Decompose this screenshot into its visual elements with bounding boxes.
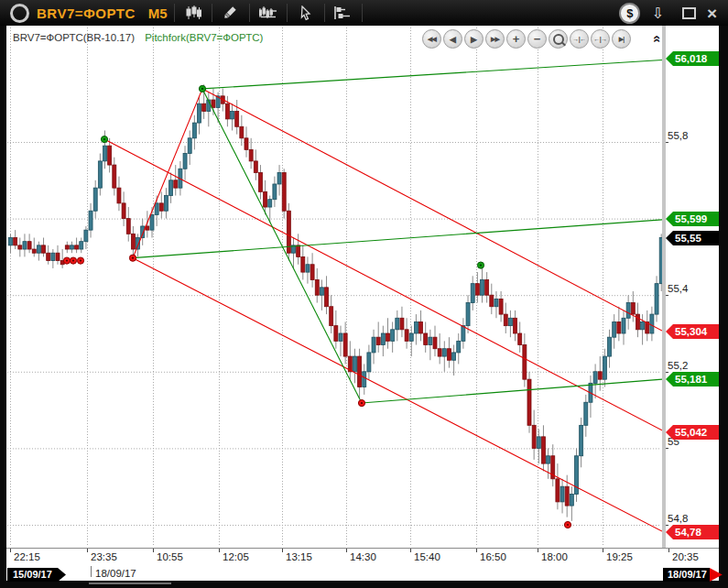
price-tag-red: 55,042 xyxy=(666,425,719,440)
expand-scale-button[interactable]: ←|→ xyxy=(591,29,610,49)
zoom-select-button[interactable] xyxy=(549,29,568,49)
price-axis-divider[interactable] xyxy=(662,26,666,548)
price-tag-black: 55,55 xyxy=(666,231,719,245)
jump-forward-button[interactable]: ▶▶ xyxy=(485,29,505,49)
candle xyxy=(325,288,329,307)
time-tick xyxy=(87,549,88,552)
indicator-icon[interactable] xyxy=(256,3,280,23)
candle xyxy=(84,230,88,242)
chart-window: BRV7=ФОРТС(BR-10.17) Pitchfork(BRV7=ФОРТ… xyxy=(0,0,728,588)
chart-type-icon[interactable] xyxy=(181,3,205,23)
go-to-end-button[interactable]: ▶| xyxy=(612,29,631,49)
separator xyxy=(212,4,212,22)
pitchfork-red-line xyxy=(133,89,202,258)
draw-icon[interactable] xyxy=(219,3,243,23)
candle xyxy=(301,256,305,272)
date-tick xyxy=(91,566,92,577)
levels-icon[interactable] xyxy=(331,3,355,23)
step-back-button[interactable]: ◀ xyxy=(443,29,462,49)
pitchfork-red-line xyxy=(202,89,662,331)
candle xyxy=(235,112,239,127)
time-axis-label: 20:35 xyxy=(672,551,699,562)
time-axis-label: 23:35 xyxy=(91,551,117,562)
date-tag-end-text: 18/09/17 xyxy=(663,568,710,582)
time-tick xyxy=(153,549,154,552)
price-axis-label: 55,8 xyxy=(668,130,688,141)
download-icon[interactable]: ⇩ xyxy=(651,5,663,22)
candle xyxy=(391,330,395,342)
price-tag-red: 55,304 xyxy=(666,324,719,339)
candle xyxy=(655,284,658,314)
candle xyxy=(282,172,286,211)
price-axis-label: 55,2 xyxy=(668,360,688,371)
candlestick-plot[interactable] xyxy=(6,26,662,548)
price-tag-green: 55,181 xyxy=(666,372,719,387)
time-tick xyxy=(410,549,411,552)
marker-center xyxy=(201,88,203,90)
price-axis-label: 55,4 xyxy=(668,283,688,294)
candle xyxy=(169,180,173,196)
candle xyxy=(108,146,112,165)
date-tag-arrow-icon xyxy=(710,568,723,582)
candle xyxy=(504,314,507,326)
candle xyxy=(244,138,248,150)
timeframe-label: M5 xyxy=(148,5,168,21)
jump-to-start-button[interactable]: ◀◀ xyxy=(422,29,441,49)
connection-status-icon xyxy=(10,4,29,23)
marker-center xyxy=(66,259,68,261)
zoom-in-button[interactable]: + xyxy=(506,29,526,49)
horizontal-scrollbar-thumb[interactable] xyxy=(89,583,171,584)
restore-window-icon[interactable] xyxy=(682,7,696,19)
price-tag-red: 54,78 xyxy=(666,525,719,539)
candle xyxy=(598,372,602,379)
separator xyxy=(287,4,288,22)
candle xyxy=(462,326,465,342)
pitchfork-green-line xyxy=(202,60,662,89)
compress-scale-button[interactable]: →|← xyxy=(570,29,589,49)
candle xyxy=(254,161,257,173)
time-tick xyxy=(603,549,603,552)
marker-center xyxy=(132,257,134,259)
candle xyxy=(452,353,456,360)
candle xyxy=(122,203,125,219)
candle xyxy=(65,245,69,249)
candle xyxy=(386,333,390,341)
price-tick xyxy=(666,448,668,449)
candle xyxy=(405,330,408,342)
time-axis-label: 14:30 xyxy=(350,551,376,562)
candle xyxy=(37,245,40,253)
candle xyxy=(23,242,27,249)
candle xyxy=(565,486,569,506)
candle xyxy=(310,265,314,280)
candle xyxy=(249,149,253,161)
pitchfork-red-line xyxy=(104,139,662,430)
collapse-toolbar-icon[interactable]: » xyxy=(647,32,663,47)
candle xyxy=(481,279,484,295)
time-axis-label: 13:15 xyxy=(286,551,312,562)
candle xyxy=(523,345,527,380)
step-forward-button[interactable]: ▶ xyxy=(464,29,484,49)
candle xyxy=(541,437,545,463)
legend-pitchfork: Pitchfork(BRV7=ФОРТС) xyxy=(145,32,263,43)
chart-nav-toolbar: ◀◀◀▶▶▶+−→|←←|→▶| xyxy=(422,29,631,49)
cursor-icon[interactable] xyxy=(294,3,318,23)
candle xyxy=(419,321,423,333)
titlebar[interactable]: BRV7=ФОРТС M5 xyxy=(0,0,728,26)
time-axis-label: 22:15 xyxy=(14,551,40,562)
currency-icon[interactable]: $ xyxy=(619,3,640,24)
candle xyxy=(508,318,512,325)
candle xyxy=(98,161,102,188)
candle xyxy=(343,333,347,356)
candle xyxy=(466,303,470,326)
candle xyxy=(499,299,503,314)
candle xyxy=(396,318,399,330)
marker-center xyxy=(80,259,81,261)
zoom-out-button[interactable]: − xyxy=(527,29,547,49)
price-tick xyxy=(666,295,668,296)
pitchfork-green-line xyxy=(202,89,362,403)
candle xyxy=(358,356,362,387)
time-axis-divider[interactable] xyxy=(6,548,719,549)
close-icon[interactable]: × xyxy=(707,5,717,22)
candle xyxy=(457,341,461,353)
candle xyxy=(225,103,229,119)
